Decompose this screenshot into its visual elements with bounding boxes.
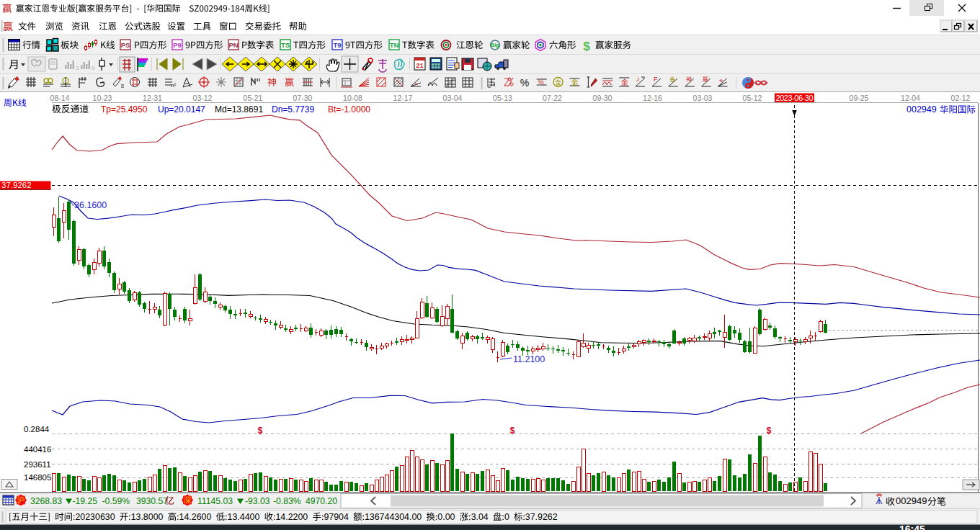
- svg-text:03-03: 03-03: [693, 94, 713, 102]
- svg-text:09-25: 09-25: [850, 94, 869, 102]
- svg-text:12-04: 12-04: [901, 94, 920, 102]
- svg-text:12-16: 12-16: [643, 94, 662, 102]
- svg-text:05-13: 05-13: [493, 94, 512, 102]
- svg-text:2023-06-30: 2023-06-30: [776, 94, 814, 102]
- svg-text:T9: T9: [333, 41, 341, 49]
- svg-text:TN: TN: [390, 41, 399, 49]
- svg-text:4970.20: 4970.20: [306, 496, 337, 506]
- svg-text:TS: TS: [281, 41, 290, 49]
- svg-text:12-17: 12-17: [393, 94, 413, 102]
- svg-text:11.2100: 11.2100: [513, 354, 545, 364]
- svg-text:PS: PS: [121, 41, 130, 49]
- svg-text:9: 9: [92, 65, 95, 71]
- svg-text:146805: 146805: [24, 473, 51, 482]
- svg-text:36.1600: 36.1600: [74, 200, 107, 210]
- svg-text:16:45: 16:45: [899, 524, 925, 530]
- svg-text:3.04: 3.04: [471, 512, 489, 522]
- svg-text:002949: 002949: [906, 104, 937, 114]
- svg-text:n²: n²: [171, 82, 176, 89]
- svg-text:J: J: [636, 76, 639, 83]
- svg-text:$: $: [583, 40, 590, 53]
- svg-text:Dn=5.7739: Dn=5.7739: [272, 104, 314, 114]
- svg-text:14.2600: 14.2600: [179, 512, 212, 522]
- svg-text:97904: 97904: [324, 512, 349, 522]
- svg-text:13.4400: 13.4400: [228, 512, 260, 522]
- svg-text:09-30: 09-30: [593, 94, 612, 102]
- svg-text:Big: Big: [491, 42, 499, 48]
- svg-text:03-04: 03-04: [443, 94, 463, 102]
- svg-text:PN: PN: [228, 41, 238, 49]
- svg-text:12-31: 12-31: [143, 94, 162, 102]
- svg-text:$: $: [767, 426, 772, 436]
- svg-text:05-21: 05-21: [244, 94, 263, 102]
- svg-text:$: $: [510, 426, 515, 436]
- svg-text:37.9262: 37.9262: [525, 512, 558, 522]
- svg-text:07-30: 07-30: [293, 94, 313, 102]
- svg-text:3930.57: 3930.57: [136, 496, 168, 506]
- svg-text:10-23: 10-23: [93, 94, 112, 102]
- svg-text:0: 0: [504, 512, 509, 522]
- svg-text:F: F: [654, 76, 658, 83]
- svg-text:%: %: [538, 78, 544, 86]
- svg-text:3: 3: [76, 65, 79, 71]
- svg-text:21: 21: [416, 62, 423, 69]
- svg-text:136744304.00: 136744304.00: [365, 512, 422, 522]
- svg-text:3268.83: 3268.83: [30, 496, 62, 506]
- svg-text:13.8000: 13.8000: [131, 512, 164, 522]
- svg-text:-0.83%: -0.83%: [273, 496, 301, 506]
- svg-text:-93.03: -93.03: [245, 496, 270, 506]
- svg-text:Up=20.0147: Up=20.0147: [158, 104, 205, 114]
- svg-text:Bt=-1.0000: Bt=-1.0000: [328, 104, 370, 114]
- svg-text:20230630: 20230630: [75, 512, 115, 522]
- svg-text:-0.59%: -0.59%: [102, 496, 130, 506]
- svg-text:10-08: 10-08: [343, 94, 362, 102]
- svg-text:03-12: 03-12: [193, 94, 213, 102]
- svg-text:37.9262: 37.9262: [1, 181, 32, 189]
- svg-text:002949: 002949: [896, 495, 927, 506]
- svg-text:%: %: [520, 77, 529, 89]
- svg-text:293611: 293611: [24, 460, 51, 469]
- svg-text:14.2200: 14.2200: [275, 512, 308, 522]
- svg-text:-19.25: -19.25: [73, 496, 98, 506]
- svg-text:0.00: 0.00: [437, 512, 455, 522]
- svg-text:05-12: 05-12: [743, 94, 762, 102]
- svg-text:Md=13.8691: Md=13.8691: [215, 104, 263, 114]
- svg-text:08-14: 08-14: [50, 94, 70, 102]
- svg-text:07-22: 07-22: [543, 94, 562, 102]
- svg-text:0.2844: 0.2844: [24, 425, 50, 434]
- svg-text:11145.03: 11145.03: [197, 496, 233, 506]
- svg-text:$: $: [258, 426, 263, 436]
- svg-text:02-12: 02-12: [951, 94, 971, 102]
- svg-text:P9: P9: [173, 41, 182, 49]
- svg-text:Tp=25.4950: Tp=25.4950: [101, 104, 148, 114]
- svg-text:440416: 440416: [24, 445, 51, 454]
